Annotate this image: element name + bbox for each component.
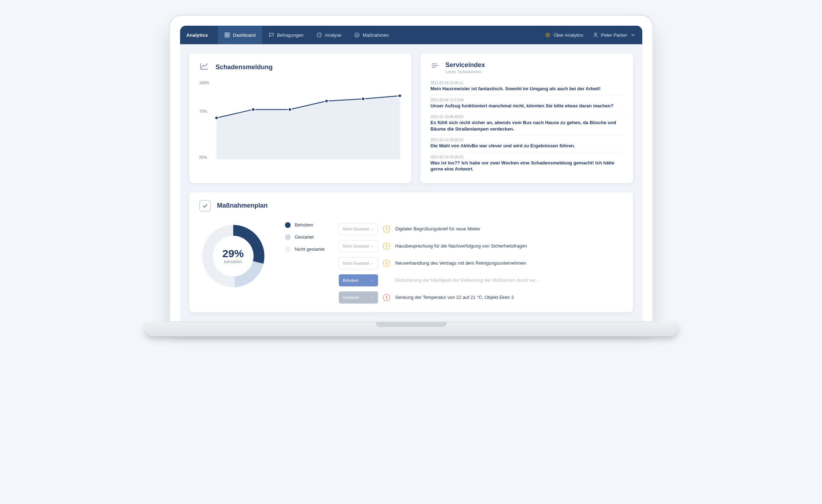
feed-item[interactable]: 2021-03-04 12:13:04Unser Aufzug funktion… — [430, 95, 623, 112]
card-schadensmeldung: Schadensmeldung 100% 75% 25% — [189, 54, 411, 183]
legend-label: Nicht gestartet — [295, 246, 325, 252]
nav-analyse[interactable]: Analyse — [310, 26, 348, 44]
legend-label: Behoben — [295, 222, 313, 228]
task-row: Nicht GestartetiDigitaler Begrüßungsbrie… — [339, 222, 623, 236]
feed-item[interactable]: 2021-02-03 15:35:11Mein Hausmeister ist … — [430, 78, 623, 95]
priority-icon: i — [383, 260, 390, 267]
legend-item: Gestartet — [285, 234, 325, 240]
chevron-down-icon — [371, 261, 374, 265]
chevron-down-icon — [630, 32, 636, 38]
svg-point-12 — [288, 108, 291, 111]
task-title[interactable]: Senkung der Temperatur von 22 auf 21 °C,… — [395, 295, 514, 300]
svg-point-10 — [215, 116, 218, 119]
svg-rect-0 — [225, 33, 227, 35]
legend-item: Nicht gestartet — [285, 246, 325, 252]
user-icon — [593, 32, 598, 38]
swatch — [285, 222, 291, 228]
svg-point-6 — [546, 33, 550, 37]
svg-point-11 — [251, 108, 255, 111]
task-title[interactable]: Reduzierung der Häufigkeit der Entleerun… — [395, 278, 540, 283]
status-select[interactable]: Nicht Gestartet — [339, 240, 378, 252]
feed-text: Was ist los?? Ich habe vor zwei Wochen e… — [430, 160, 623, 172]
feed-text: Mein Hausmeister ist fantastisch. Sowohl… — [430, 86, 623, 92]
list-icon — [430, 61, 439, 71]
feed-text: Unser Aufzug funktioniert manchmal nicht… — [430, 103, 623, 109]
topbar-right: Über Analytics Peter Parker — [545, 32, 635, 38]
nav-label: Analyse — [325, 32, 341, 38]
target-icon — [545, 32, 551, 38]
swatch — [285, 234, 291, 240]
user-menu[interactable]: Peter Parker — [593, 32, 636, 38]
about-label: Über Analytics — [553, 32, 583, 38]
feed-date: 2021-02-14 20:30:22 — [430, 155, 623, 159]
nav-label: Befragungen — [277, 32, 303, 38]
feed-text: Die Wahl von AktivBo war clever und wird… — [430, 143, 623, 149]
svg-rect-2 — [225, 35, 227, 37]
priority-icon: i — [383, 294, 390, 301]
user-name: Peter Parker — [601, 32, 627, 38]
svg-point-8 — [594, 33, 596, 35]
feed-item[interactable]: 2021-02-14 20:30:22Was ist los?? Ich hab… — [430, 152, 623, 175]
priority-icon: i — [383, 243, 390, 250]
status-label: Nicht Gestartet — [343, 261, 369, 265]
chevron-down-icon — [371, 296, 374, 299]
donut-label: behoben — [224, 259, 242, 264]
svg-rect-3 — [228, 35, 229, 37]
task-title[interactable]: Neuverhandlung des Vertrags mit dem Rein… — [395, 260, 526, 266]
feed-item[interactable]: 2021-01-10 06:40:02Es fühlt sich nicht s… — [430, 112, 623, 135]
status-select[interactable]: Behoben — [339, 274, 378, 286]
nav-label: Dashboard — [233, 32, 256, 38]
svg-point-5 — [355, 33, 359, 37]
feed-item[interactable]: 2021-02-14 20:30:22Die Wahl von AktivBo … — [430, 135, 623, 152]
nav-label: Maßnahmen — [363, 32, 389, 38]
status-select[interactable]: Nicht Gestartet — [339, 223, 378, 235]
status-select[interactable]: Nicht Gestartet — [339, 257, 378, 269]
card-title: Maßnahmenplan — [217, 202, 268, 209]
legend-label: Gestartet — [295, 234, 314, 240]
nav-dashboard[interactable]: Dashboard — [218, 26, 262, 44]
chevron-down-icon — [371, 244, 374, 248]
chevron-down-icon — [371, 279, 374, 282]
gauge-icon — [316, 32, 322, 38]
task-row: BehobeniReduzierung der Häufigkeit der E… — [339, 274, 623, 287]
feed-text: Es fühlt sich nicht sicher an, abends vo… — [430, 119, 623, 132]
task-list: Nicht GestartetiDigitaler Begrüßungsbrie… — [339, 222, 623, 304]
legend-item: Behoben — [285, 222, 325, 228]
card-title: Schadensmeldung — [216, 63, 273, 71]
svg-point-13 — [325, 100, 328, 103]
brand: Analytics — [187, 32, 208, 38]
nav-befragungen[interactable]: Befragungen — [262, 26, 310, 44]
main-nav: DashboardBefragungenAnalyseMaßnahmen — [218, 26, 395, 44]
task-title[interactable]: Digitaler Begrüßungsbrief für neue Miete… — [395, 226, 480, 231]
ytick: 75% — [199, 109, 207, 113]
grid-icon — [224, 32, 230, 38]
svg-point-7 — [547, 34, 548, 36]
legend: BehobenGestartetNicht gestartet — [281, 222, 325, 252]
status-select[interactable]: Gestartet — [339, 291, 378, 304]
svg-point-15 — [398, 94, 401, 97]
feed-list: 2021-02-03 15:35:11Mein Hausmeister ist … — [430, 78, 623, 175]
chevron-down-icon — [371, 227, 374, 231]
card-serviceindex: Serviceindex Letzte Textantworten 2021-0… — [420, 54, 633, 183]
nav-maßnahmen[interactable]: Maßnahmen — [348, 26, 395, 44]
chart: 100% 75% 25% — [199, 78, 401, 161]
task-row: Nicht GestartetiNeuverhandlung des Vertr… — [339, 256, 623, 270]
card-subtitle: Letzte Textantworten — [445, 70, 485, 74]
chat-icon — [269, 32, 274, 38]
status-label: Behoben — [343, 278, 358, 282]
check-icon — [354, 32, 360, 38]
donut-value: 29% — [222, 248, 244, 260]
feed-date: 2021-03-04 12:13:04 — [430, 98, 623, 102]
feed-date: 2021-01-10 06:40:02 — [430, 115, 623, 119]
app-screen: Analytics DashboardBefragungenAnalyseMaß… — [180, 26, 642, 321]
about-link[interactable]: Über Analytics — [545, 32, 583, 38]
task-title[interactable]: Hausbesprechung für die Nachverfolgung v… — [395, 243, 527, 249]
laptop-frame: Analytics DashboardBefragungenAnalyseMaß… — [169, 14, 654, 323]
feed-date: 2021-02-03 15:35:11 — [430, 81, 623, 85]
topbar: Analytics DashboardBefragungenAnalyseMaß… — [180, 26, 642, 44]
status-label: Gestartet — [343, 295, 359, 300]
swatch — [285, 246, 291, 252]
ytick: 100% — [199, 81, 209, 85]
priority-icon: i — [383, 225, 390, 233]
laptop-base — [144, 322, 679, 336]
